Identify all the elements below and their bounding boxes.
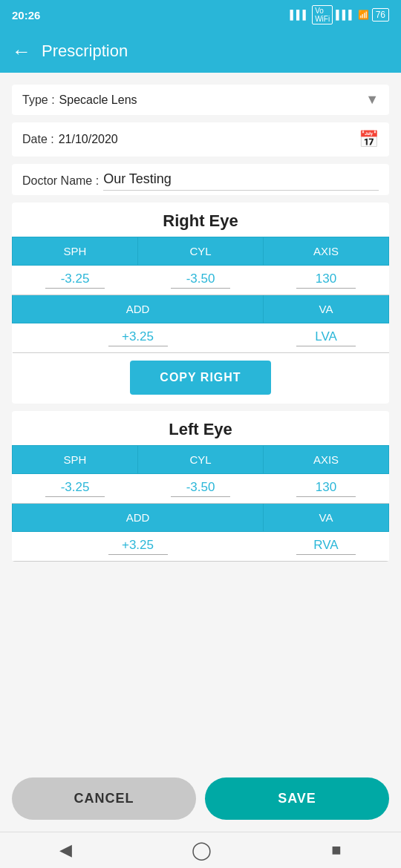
right-add-header: ADD <box>13 295 264 323</box>
signal-icon: ▌▌▌ <box>290 10 310 20</box>
left-axis-value: 130 <box>296 480 356 497</box>
left-sph-header: SPH <box>13 446 138 474</box>
left-cyl-value: -3.50 <box>171 480 230 497</box>
bottom-nav: ◀ ◯ ■ <box>0 832 401 868</box>
status-bar: 20:26 ▌▌▌ VoWiFi ▌▌▌ 📶 76 <box>0 0 401 30</box>
battery-icon: 76 <box>372 8 389 22</box>
right-eye-values-row: -3.25 -3.50 130 <box>13 266 389 295</box>
page-title: Prescription <box>42 42 128 61</box>
left-va-header: VA <box>264 504 389 532</box>
nav-bar: ← Prescription <box>0 30 401 73</box>
doctor-label: Doctor Name : <box>22 174 99 188</box>
right-cyl-header: CYL <box>138 237 264 266</box>
left-sph-value: -3.25 <box>45 480 105 497</box>
main-content: Type : Specacle Lens ▼ Date : 21/10/2020… <box>0 73 401 766</box>
bottom-buttons: CANCEL SAVE <box>0 766 401 832</box>
left-eye-values-row: -3.25 -3.50 130 <box>13 474 389 504</box>
date-row: Date : 21/10/2020 📅 <box>12 122 389 157</box>
doctor-name-row: Doctor Name : <box>12 164 389 195</box>
right-axis-cell[interactable]: 130 <box>264 266 389 295</box>
spacer <box>12 569 389 754</box>
recents-nav-icon[interactable]: ■ <box>331 841 341 860</box>
right-va-header: VA <box>264 295 389 323</box>
right-add-value: +3.25 <box>108 329 168 346</box>
right-va-value: LVA <box>296 329 356 346</box>
right-axis-value: 130 <box>296 272 356 289</box>
left-eye-title: Left Eye <box>12 411 389 445</box>
right-add-va-header-row: ADD VA <box>13 295 389 323</box>
date-value: 21/10/2020 <box>59 133 359 146</box>
wifi-label: VoWiFi <box>312 5 333 24</box>
right-eye-title: Right Eye <box>12 203 389 237</box>
right-axis-header: AXIS <box>264 237 389 266</box>
right-cyl-cell[interactable]: -3.50 <box>138 266 264 295</box>
dropdown-arrow-icon[interactable]: ▼ <box>365 92 379 108</box>
left-add-header: ADD <box>13 504 264 532</box>
right-eye-table: SPH CYL AXIS -3.25 -3.50 130 <box>12 237 389 353</box>
left-add-va-values-row: +3.25 RVA <box>13 532 389 562</box>
back-button[interactable]: ← <box>12 40 31 63</box>
left-add-value: +3.25 <box>108 538 168 555</box>
left-va-cell[interactable]: RVA <box>264 532 389 562</box>
home-nav-icon[interactable]: ◯ <box>192 840 212 861</box>
type-row: Type : Specacle Lens ▼ <box>12 85 389 115</box>
right-eye-section: Right Eye SPH CYL AXIS -3.25 -3.50 <box>12 203 389 404</box>
left-axis-cell[interactable]: 130 <box>264 474 389 504</box>
right-add-cell[interactable]: +3.25 <box>13 323 264 353</box>
save-button[interactable]: SAVE <box>205 777 389 820</box>
copy-right-button[interactable]: COPY RIGHT <box>130 361 270 395</box>
status-icons: ▌▌▌ VoWiFi ▌▌▌ 📶 76 <box>290 5 389 24</box>
left-va-value: RVA <box>296 538 356 555</box>
right-sph-value: -3.25 <box>45 272 105 289</box>
wifi-icon: 📶 <box>358 10 369 20</box>
back-nav-icon[interactable]: ◀ <box>59 841 72 860</box>
left-add-cell[interactable]: +3.25 <box>13 532 264 562</box>
calendar-icon[interactable]: 📅 <box>359 130 379 149</box>
left-cyl-header: CYL <box>138 446 264 474</box>
right-cyl-value: -3.50 <box>171 272 230 289</box>
left-eye-section: Left Eye SPH CYL AXIS -3.25 -3.50 <box>12 411 389 562</box>
left-axis-header: AXIS <box>264 446 389 474</box>
type-label: Type : <box>22 93 55 107</box>
right-add-va-values-row: +3.25 LVA <box>13 323 389 353</box>
doctor-name-input[interactable] <box>103 171 379 191</box>
cancel-button[interactable]: CANCEL <box>12 777 196 820</box>
right-sph-cell[interactable]: -3.25 <box>13 266 138 295</box>
left-cyl-cell[interactable]: -3.50 <box>138 474 264 504</box>
type-value: Specacle Lens <box>59 93 366 107</box>
left-sph-cell[interactable]: -3.25 <box>13 474 138 504</box>
right-va-cell[interactable]: LVA <box>264 323 389 353</box>
left-add-va-header-row: ADD VA <box>13 504 389 532</box>
date-label: Date : <box>22 133 54 146</box>
right-sph-header: SPH <box>13 237 138 266</box>
signal-icon-2: ▌▌▌ <box>336 10 355 20</box>
left-eye-table: SPH CYL AXIS -3.25 -3.50 130 <box>12 445 389 562</box>
status-time: 20:26 <box>12 9 40 22</box>
